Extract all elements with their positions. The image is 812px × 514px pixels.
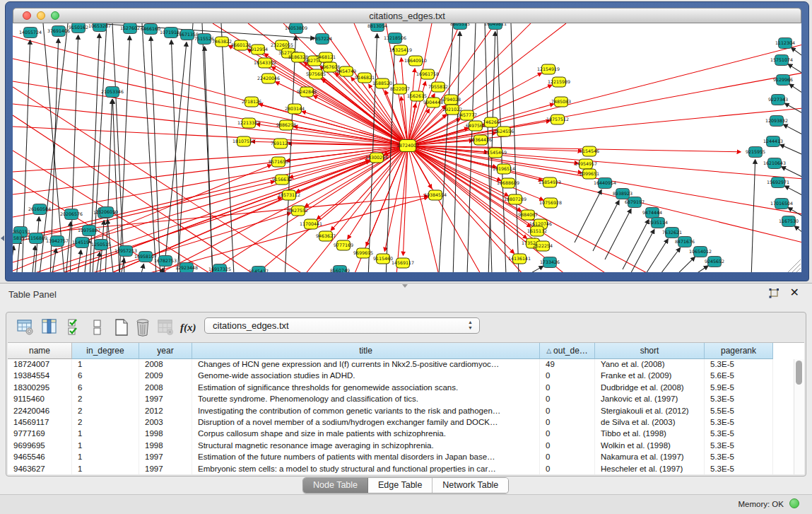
table-row[interactable]: 946554611997Estimation of the future num… [8,452,804,464]
table-cell: 2 [72,417,139,429]
tab-edge-table[interactable]: Edge Table [368,478,433,493]
delete-table-icon[interactable] [156,317,175,337]
create-column-icon[interactable] [112,317,131,337]
column-header-name[interactable]: name [8,343,72,359]
float-panel-icon[interactable] [768,288,779,299]
column-header-year[interactable]: year [139,343,192,359]
table-cell: 14569117 [8,417,72,429]
selector-stepper-icon: ▲▼ [468,320,473,331]
table-cell: Disruption of a novel member of a sodium… [192,417,540,429]
node-label: 18640910 [404,58,427,63]
node-label: 18807289 [504,197,526,201]
citation-edge-black [32,246,35,272]
function-builder-icon[interactable]: f(x) [180,317,201,337]
memory-status-icon[interactable] [789,498,799,508]
citation-edge-black [575,190,601,243]
node-label: 9474444 [642,210,662,215]
close-panel-icon[interactable]: ✕ [790,286,799,299]
table-cell: 5.3E-5 [705,394,773,406]
node-label: 12154919 [537,66,560,71]
node-label: 26160504 [28,206,51,211]
table-cell: 1 [72,464,139,474]
node-label: 16053809 [285,25,307,30]
table-cell: 2008 [139,382,192,395]
table-cell: 1997 [139,464,192,474]
table-row[interactable]: 2242004622012Investigating the contribut… [8,406,804,418]
column-header-out_de[interactable]: △out_de… [540,343,595,359]
collapse-arrow-icon[interactable] [1,235,4,241]
delete-column-icon[interactable] [134,317,152,337]
node-label: 2522254 [533,243,553,248]
table-cell: 2012 [139,406,192,418]
network-window-titlebar[interactable]: citations_edges.txt [13,8,801,23]
table-cell: de Silva et al. (2003) [595,417,705,429]
table-settings-icon[interactable] [16,317,35,337]
node-label: 7691123 [271,141,290,146]
vertical-scrollbar[interactable] [794,359,804,474]
node-label: 746266 [483,119,500,124]
node-label: 14954957 [575,161,597,166]
node-label: 14136141 [508,256,531,261]
table-row[interactable]: 1456911722003Disruption of a novel membe… [8,417,804,429]
select-all-columns-icon[interactable] [66,317,84,337]
unselect-all-columns-icon[interactable] [88,317,107,337]
citation-edge-black [35,217,39,272]
table-cell: 2009 [139,370,192,382]
node-label: 9242848 [297,89,317,94]
node-label: 11545469 [484,150,507,155]
table-selector[interactable]: citations_edges.txt ▲▼ [204,317,480,334]
citation-edge-red [408,146,439,272]
node-label: 2935114 [648,220,668,225]
node-label: 18107552 [233,139,255,144]
network-window-title: citations_edges.txt [13,11,801,21]
node-label: 16543392 [254,60,276,65]
node-label: 15751074 [770,57,793,62]
tab-node-table[interactable]: Node Table [303,478,368,493]
citation-edge-black [119,36,130,272]
network-window-frame: citations_edges.txt 14055724376914069150… [5,1,809,281]
table-cell: Nakamura et al. (1997) [595,452,705,464]
table-row[interactable]: 1872400712008Changes of HCN gene express… [8,359,804,371]
table-row[interactable]: 911546021997Tourette syndrome. Phenomeno… [8,394,804,406]
table-cell: Changes of HCN gene expression and I(f) … [192,359,540,371]
scrollbar-thumb[interactable] [796,361,802,385]
show-columns-icon[interactable] [40,317,59,337]
node-label: 1167530 [779,218,799,223]
table-row[interactable]: 1830029562008Estimation of significance … [8,382,804,395]
column-header-pagerank[interactable]: pagerank [705,343,773,359]
table-row[interactable]: 946362711997Embryonic stem cells: a mode… [8,464,804,474]
citation-edge-black [593,201,619,251]
table-row[interactable]: 977716911998Corpus callosum shape and si… [8,428,804,440]
column-header-short[interactable]: short [595,343,705,359]
node-label: 16917325 [208,267,231,271]
splitter-grip-icon[interactable] [402,284,408,288]
table-row[interactable]: 1938455462009Genome-wide association stu… [8,370,804,382]
node-label: 5468121 [316,54,336,59]
network-canvas[interactable]: 1405572437691406915016210653287152760264… [13,23,801,272]
table-row[interactable]: 969969511998Structural magnetic resonanc… [8,440,804,452]
node-label: 8522057 [390,86,410,91]
node-label: 19384554 [424,192,447,197]
resize-grip-icon[interactable] [788,259,801,272]
table-cell: 2 [72,406,139,418]
node-label: 21053346 [101,89,124,94]
node-label: 7632621 [662,230,682,235]
node-label: 5912954 [248,47,268,52]
citation-edge-black [142,23,156,272]
node-label: 17957253 [114,248,137,253]
node-label: 8605515 [450,23,470,26]
table-type-tabs: Node TableEdge TableNetwork Table [302,477,509,493]
node-label: 18325419 [389,47,412,52]
citation-edge-black [784,124,801,136]
column-header-in_degree[interactable]: in_degree [72,343,139,359]
table-cell: Estimation of the future numbers of pati… [192,452,540,464]
citation-edge-black [795,226,801,235]
tab-network-table[interactable]: Network Table [433,478,508,493]
table-cell: 1 [72,428,139,440]
node-label: 1250515 [91,242,111,247]
table-cell: 49 [540,359,595,371]
column-header-title[interactable]: title [192,343,540,359]
citation-edge-black [789,84,801,95]
network-view[interactable]: 1405572437691406915016210653287152760264… [13,23,801,272]
table-cell: 5.3E-5 [705,464,773,474]
